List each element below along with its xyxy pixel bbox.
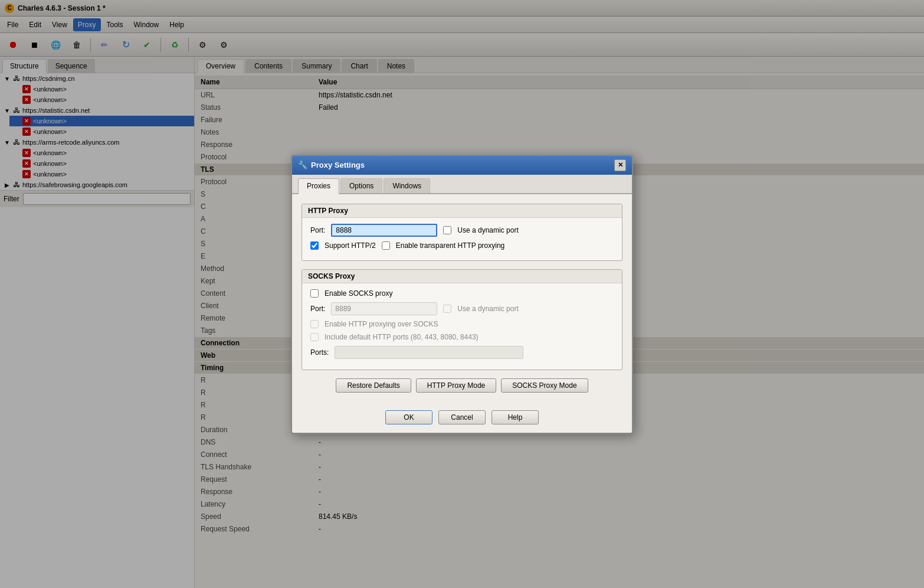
modal-close-btn[interactable]: ✕ [614, 159, 626, 171]
socks-proxy-title: SOCKS Proxy [302, 270, 622, 283]
http-port-label: Port: [310, 226, 325, 234]
socks-ports-row: Ports: [310, 346, 614, 359]
modal-icon: 🔧 [298, 161, 307, 169]
http-proxy-group: HTTP Proxy Port: Use a dynamic port Supp… [302, 204, 622, 261]
modal-tab-proxies[interactable]: Proxies [298, 178, 339, 194]
http-transparent-checkbox[interactable] [382, 241, 390, 250]
socks-http-over-socks-row: Enable HTTP proxying over SOCKS [310, 320, 614, 328]
modal-title-label: Proxy Settings [311, 161, 365, 169]
help-btn[interactable]: Help [492, 410, 539, 424]
modal-tabs: Proxies Options Windows [292, 175, 632, 194]
http-port-row: Port: Use a dynamic port [310, 224, 614, 237]
modal-tab-windows[interactable]: Windows [384, 178, 430, 193]
socks-proxy-mode-btn[interactable]: SOCKS Proxy Mode [501, 378, 588, 393]
modal-body: HTTP Proxy Port: Use a dynamic port Supp… [292, 194, 632, 410]
socks-proxy-content: Enable SOCKS proxy Port: Use a dynamic p… [302, 283, 622, 370]
socks-port-row: Port: Use a dynamic port [310, 302, 614, 315]
modal-title-bar: 🔧 Proxy Settings ✕ [292, 156, 632, 175]
socks-dynamic-port-checkbox [443, 305, 451, 313]
restore-defaults-btn[interactable]: Restore Defaults [336, 378, 411, 393]
action-buttons: Restore Defaults HTTP Proxy Mode SOCKS P… [302, 378, 622, 393]
ok-btn[interactable]: OK [385, 410, 432, 424]
proxy-settings-dialog: 🔧 Proxy Settings ✕ Proxies Options Windo… [291, 155, 633, 434]
socks-dynamic-port-label: Use a dynamic port [457, 305, 518, 313]
http-support-http2-label: Support HTTP/2 [325, 241, 376, 250]
modal-title-text: 🔧 Proxy Settings [298, 161, 365, 169]
http-dynamic-port-checkbox[interactable] [443, 226, 451, 234]
socks-port-input[interactable] [331, 302, 437, 315]
socks-default-ports-label: Include default HTTP ports (80, 443, 808… [325, 333, 479, 341]
socks-ports-input[interactable] [335, 346, 523, 359]
socks-ports-label: Ports: [310, 348, 329, 357]
modal-overlay: 🔧 Proxy Settings ✕ Proxies Options Windo… [0, 0, 924, 588]
socks-default-ports-checkbox [310, 333, 319, 341]
http-port-input[interactable] [331, 224, 437, 237]
socks-proxy-group: SOCKS Proxy Enable SOCKS proxy Port: Use… [302, 269, 622, 370]
modal-tab-options[interactable]: Options [340, 178, 382, 193]
http-options-row: Support HTTP/2 Enable transparent HTTP p… [310, 241, 614, 250]
socks-port-label: Port: [310, 305, 325, 313]
http-proxy-mode-btn[interactable]: HTTP Proxy Mode [416, 378, 496, 393]
socks-enable-checkbox[interactable] [310, 289, 319, 298]
http-dynamic-port-label: Use a dynamic port [457, 226, 518, 234]
http-proxy-title: HTTP Proxy [302, 204, 622, 218]
cancel-btn[interactable]: Cancel [438, 410, 486, 424]
http-support-http2-checkbox[interactable] [310, 241, 319, 250]
socks-default-ports-row: Include default HTTP ports (80, 443, 808… [310, 333, 614, 341]
socks-enable-label: Enable SOCKS proxy [325, 289, 392, 298]
socks-enable-row: Enable SOCKS proxy [310, 289, 614, 298]
socks-http-over-socks-label: Enable HTTP proxying over SOCKS [325, 320, 438, 328]
http-proxy-content: Port: Use a dynamic port Support HTTP/2 … [302, 218, 622, 260]
modal-footer-buttons: OK Cancel Help [292, 410, 632, 433]
http-transparent-label: Enable transparent HTTP proxying [396, 241, 505, 250]
socks-http-over-socks-checkbox [310, 320, 319, 328]
